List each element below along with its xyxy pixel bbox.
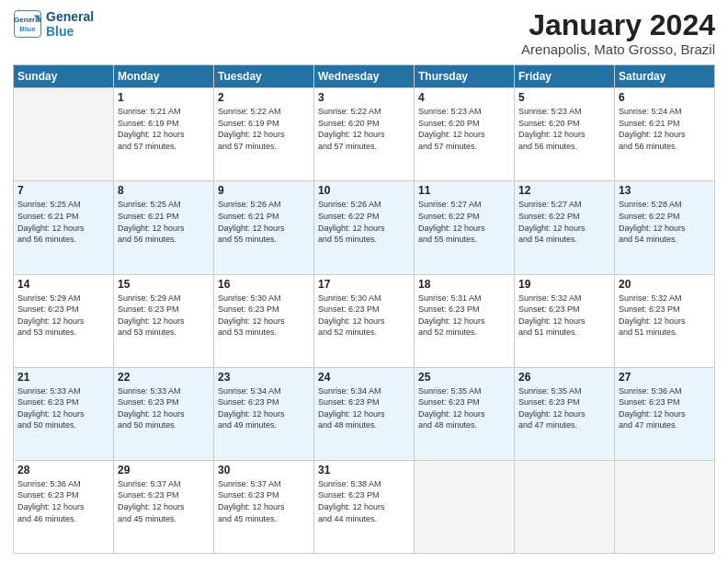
- location-subtitle: Arenapolis, Mato Grosso, Brazil: [521, 41, 715, 57]
- day-number: 29: [118, 464, 210, 477]
- calendar-week-4: 28Sunrise: 5:36 AM Sunset: 6:23 PM Dayli…: [14, 460, 715, 553]
- day-number: 13: [619, 184, 711, 197]
- calendar-cell: 3Sunrise: 5:22 AM Sunset: 6:20 PM Daylig…: [314, 88, 415, 181]
- calendar-cell: 9Sunrise: 5:26 AM Sunset: 6:21 PM Daylig…: [214, 181, 314, 274]
- day-number: 1: [118, 91, 210, 104]
- day-number: 15: [118, 278, 210, 291]
- calendar-cell: 16Sunrise: 5:30 AM Sunset: 6:23 PM Dayli…: [214, 274, 314, 367]
- day-info: Sunrise: 5:27 AM Sunset: 6:22 PM Dayligh…: [518, 199, 610, 245]
- day-info: Sunrise: 5:35 AM Sunset: 6:23 PM Dayligh…: [518, 385, 610, 431]
- day-info: Sunrise: 5:37 AM Sunset: 6:23 PM Dayligh…: [118, 478, 210, 524]
- weekday-header-row: Sunday Monday Tuesday Wednesday Thursday…: [14, 65, 715, 88]
- calendar-cell: 11Sunrise: 5:27 AM Sunset: 6:22 PM Dayli…: [415, 181, 515, 274]
- calendar-cell: [415, 460, 515, 553]
- calendar-cell: 6Sunrise: 5:24 AM Sunset: 6:21 PM Daylig…: [615, 88, 715, 181]
- day-info: Sunrise: 5:36 AM Sunset: 6:23 PM Dayligh…: [17, 478, 109, 524]
- header-friday: Friday: [515, 65, 615, 88]
- day-number: 6: [619, 91, 711, 104]
- calendar-cell: 12Sunrise: 5:27 AM Sunset: 6:22 PM Dayli…: [515, 181, 615, 274]
- calendar-cell: 14Sunrise: 5:29 AM Sunset: 6:23 PM Dayli…: [14, 274, 114, 367]
- day-info: Sunrise: 5:22 AM Sunset: 6:19 PM Dayligh…: [218, 106, 310, 152]
- title-block: January 2024 Arenapolis, Mato Grosso, Br…: [521, 9, 715, 57]
- calendar-cell: 21Sunrise: 5:33 AM Sunset: 6:23 PM Dayli…: [14, 367, 114, 460]
- day-number: 28: [17, 464, 109, 477]
- calendar-cell: 22Sunrise: 5:33 AM Sunset: 6:23 PM Dayli…: [114, 367, 214, 460]
- calendar-cell: 17Sunrise: 5:30 AM Sunset: 6:23 PM Dayli…: [314, 274, 415, 367]
- day-info: Sunrise: 5:29 AM Sunset: 6:23 PM Dayligh…: [118, 293, 210, 339]
- day-number: 4: [418, 91, 510, 104]
- day-info: Sunrise: 5:22 AM Sunset: 6:20 PM Dayligh…: [318, 106, 410, 152]
- day-number: 19: [518, 278, 610, 291]
- calendar-table: Sunday Monday Tuesday Wednesday Thursday…: [13, 64, 715, 554]
- day-info: Sunrise: 5:36 AM Sunset: 6:23 PM Dayligh…: [619, 385, 711, 431]
- day-info: Sunrise: 5:25 AM Sunset: 6:21 PM Dayligh…: [118, 199, 210, 245]
- calendar-cell: 25Sunrise: 5:35 AM Sunset: 6:23 PM Dayli…: [415, 367, 515, 460]
- day-number: 8: [118, 184, 210, 197]
- day-info: Sunrise: 5:26 AM Sunset: 6:21 PM Dayligh…: [218, 199, 310, 245]
- calendar-cell: [515, 460, 615, 553]
- day-number: 9: [218, 184, 310, 197]
- day-number: 18: [418, 278, 510, 291]
- day-number: 10: [318, 184, 410, 197]
- calendar-cell: 2Sunrise: 5:22 AM Sunset: 6:19 PM Daylig…: [214, 88, 314, 181]
- calendar-cell: 30Sunrise: 5:37 AM Sunset: 6:23 PM Dayli…: [214, 460, 314, 553]
- calendar-cell: 5Sunrise: 5:23 AM Sunset: 6:20 PM Daylig…: [515, 88, 615, 181]
- day-number: 3: [318, 91, 410, 104]
- day-info: Sunrise: 5:34 AM Sunset: 6:23 PM Dayligh…: [318, 385, 410, 431]
- month-title: January 2024: [521, 9, 715, 41]
- header-wednesday: Wednesday: [314, 65, 415, 88]
- calendar-cell: 4Sunrise: 5:23 AM Sunset: 6:20 PM Daylig…: [415, 88, 515, 181]
- calendar-cell: 28Sunrise: 5:36 AM Sunset: 6:23 PM Dayli…: [14, 460, 114, 553]
- calendar-week-3: 21Sunrise: 5:33 AM Sunset: 6:23 PM Dayli…: [14, 367, 715, 460]
- day-info: Sunrise: 5:34 AM Sunset: 6:23 PM Dayligh…: [218, 385, 310, 431]
- day-info: Sunrise: 5:35 AM Sunset: 6:23 PM Dayligh…: [418, 385, 510, 431]
- calendar-cell: 13Sunrise: 5:28 AM Sunset: 6:22 PM Dayli…: [615, 181, 715, 274]
- day-number: 17: [318, 278, 410, 291]
- day-info: Sunrise: 5:28 AM Sunset: 6:22 PM Dayligh…: [619, 199, 711, 245]
- day-info: Sunrise: 5:33 AM Sunset: 6:23 PM Dayligh…: [118, 385, 210, 431]
- day-info: Sunrise: 5:32 AM Sunset: 6:23 PM Dayligh…: [518, 293, 610, 339]
- day-info: Sunrise: 5:32 AM Sunset: 6:23 PM Dayligh…: [619, 293, 711, 339]
- header-sunday: Sunday: [14, 65, 114, 88]
- logo-icon: General Blue: [13, 9, 42, 39]
- calendar-cell: 8Sunrise: 5:25 AM Sunset: 6:21 PM Daylig…: [114, 181, 214, 274]
- day-number: 25: [418, 371, 510, 384]
- calendar-cell: [14, 88, 114, 181]
- day-number: 27: [619, 371, 711, 384]
- day-info: Sunrise: 5:21 AM Sunset: 6:19 PM Dayligh…: [118, 106, 210, 152]
- header-monday: Monday: [114, 65, 214, 88]
- calendar-cell: 29Sunrise: 5:37 AM Sunset: 6:23 PM Dayli…: [114, 460, 214, 553]
- logo: General Blue General Blue: [13, 9, 94, 39]
- page: General Blue General Blue January 2024 A…: [0, 0, 728, 563]
- calendar-cell: 7Sunrise: 5:25 AM Sunset: 6:21 PM Daylig…: [14, 181, 114, 274]
- day-number: 26: [518, 371, 610, 384]
- day-number: 31: [318, 464, 410, 477]
- day-number: 14: [17, 278, 109, 291]
- day-info: Sunrise: 5:37 AM Sunset: 6:23 PM Dayligh…: [218, 478, 310, 524]
- day-info: Sunrise: 5:27 AM Sunset: 6:22 PM Dayligh…: [418, 199, 510, 245]
- calendar-cell: 27Sunrise: 5:36 AM Sunset: 6:23 PM Dayli…: [615, 367, 715, 460]
- calendar-cell: 10Sunrise: 5:26 AM Sunset: 6:22 PM Dayli…: [314, 181, 415, 274]
- day-info: Sunrise: 5:25 AM Sunset: 6:21 PM Dayligh…: [17, 199, 109, 245]
- day-info: Sunrise: 5:33 AM Sunset: 6:23 PM Dayligh…: [17, 385, 109, 431]
- calendar-cell: 20Sunrise: 5:32 AM Sunset: 6:23 PM Dayli…: [615, 274, 715, 367]
- header-saturday: Saturday: [615, 65, 715, 88]
- day-info: Sunrise: 5:26 AM Sunset: 6:22 PM Dayligh…: [318, 199, 410, 245]
- day-number: 23: [218, 371, 310, 384]
- logo-text: General Blue: [46, 9, 94, 39]
- header: General Blue General Blue January 2024 A…: [13, 9, 715, 57]
- day-info: Sunrise: 5:31 AM Sunset: 6:23 PM Dayligh…: [418, 293, 510, 339]
- calendar-cell: [615, 460, 715, 553]
- calendar-week-2: 14Sunrise: 5:29 AM Sunset: 6:23 PM Dayli…: [14, 274, 715, 367]
- day-number: 7: [17, 184, 109, 197]
- calendar-cell: 1Sunrise: 5:21 AM Sunset: 6:19 PM Daylig…: [114, 88, 214, 181]
- day-info: Sunrise: 5:29 AM Sunset: 6:23 PM Dayligh…: [17, 293, 109, 339]
- day-number: 5: [518, 91, 610, 104]
- header-thursday: Thursday: [415, 65, 515, 88]
- calendar-cell: 26Sunrise: 5:35 AM Sunset: 6:23 PM Dayli…: [515, 367, 615, 460]
- calendar-cell: 15Sunrise: 5:29 AM Sunset: 6:23 PM Dayli…: [114, 274, 214, 367]
- day-number: 11: [418, 184, 510, 197]
- calendar-week-1: 7Sunrise: 5:25 AM Sunset: 6:21 PM Daylig…: [14, 181, 715, 274]
- day-info: Sunrise: 5:23 AM Sunset: 6:20 PM Dayligh…: [418, 106, 510, 152]
- day-info: Sunrise: 5:30 AM Sunset: 6:23 PM Dayligh…: [318, 293, 410, 339]
